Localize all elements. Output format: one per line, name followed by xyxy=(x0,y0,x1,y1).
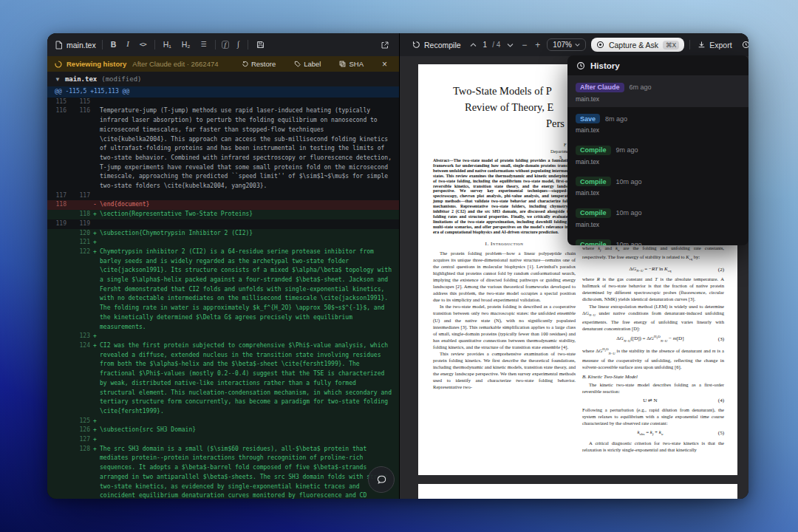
copy-sha-button[interactable]: SHA xyxy=(335,59,368,69)
history-button[interactable]: History xyxy=(740,39,748,51)
chevron-up-icon xyxy=(470,43,477,47)
diff-sign: + xyxy=(90,332,100,341)
equation-number: (2) xyxy=(718,267,724,273)
old-line-number xyxy=(47,445,66,499)
diff-text xyxy=(100,332,399,341)
old-line-number xyxy=(47,417,66,426)
open-file-chip[interactable]: main.tex xyxy=(55,41,96,50)
heading1-button[interactable]: H₁ xyxy=(161,39,174,50)
banner-subtitle: After Claude edit · 2662474 xyxy=(132,60,218,68)
page-down-button[interactable] xyxy=(505,42,515,48)
math-button[interactable]: ∫ xyxy=(235,39,242,50)
diff-line: 121+ xyxy=(47,238,399,248)
code-button[interactable]: <> xyxy=(137,40,149,50)
new-line-number xyxy=(66,200,90,210)
toolbar-divider xyxy=(215,40,216,50)
restore-icon xyxy=(242,61,248,67)
history-time: 8m ago xyxy=(605,115,627,123)
label-button[interactable]: Label xyxy=(290,59,325,69)
history-file: main.tex xyxy=(576,126,740,134)
page-up-button[interactable] xyxy=(468,42,478,48)
history-item[interactable]: Compile10m agomain.tex xyxy=(567,170,748,202)
diff-line: 128+The src SH3 domain is a small ($\sim… xyxy=(47,445,399,499)
list-icon[interactable]: ☰ xyxy=(198,40,208,50)
collapse-caret-icon: ▼ xyxy=(55,76,61,83)
export-button[interactable]: Export xyxy=(695,39,734,51)
equation-body: U ⇌ N xyxy=(582,398,718,403)
old-line-number: 115 xyxy=(47,98,66,107)
history-time: 10m ago xyxy=(616,209,642,216)
paper-right-column: where kf and ku are the folding and unfo… xyxy=(582,245,724,453)
code-diff-view[interactable]: @@ -115,5 +115,113 @@ 115115116116Temper… xyxy=(47,86,399,499)
diff-line: 120+\subsection{Chymotrypsin Inhibitor 2… xyxy=(47,229,399,239)
zoom-level-dropdown[interactable]: 107% xyxy=(547,38,586,51)
new-line-number: 124 xyxy=(66,341,90,417)
history-item[interactable]: Compile9m agomain.tex xyxy=(567,138,748,170)
history-file: main.tex xyxy=(576,221,740,228)
diff-sign: - xyxy=(90,200,100,210)
review-history-banner: Reviewing history After Claude edit · 26… xyxy=(47,56,399,72)
function-button[interactable]: f xyxy=(222,41,230,49)
new-line-number: 123 xyxy=(66,332,90,341)
open-external-button[interactable] xyxy=(378,39,392,51)
bold-button[interactable]: B xyxy=(109,39,119,50)
diff-sign: + xyxy=(90,229,100,239)
pdf-page-2 xyxy=(418,484,737,499)
diff-line: 123+ xyxy=(47,332,399,341)
paper-para: The kinetic two-state model describes fo… xyxy=(582,381,724,395)
new-line-number: 127 xyxy=(66,435,90,445)
close-banner-icon[interactable]: × xyxy=(378,59,392,69)
paper-para: The linear extrapolation method (LEM) is… xyxy=(582,303,724,332)
diff-lines: 115115116116Temperature-jump (T-jump) me… xyxy=(47,98,399,499)
italic-button[interactable]: I xyxy=(124,39,132,50)
app-window: main.tex B I <> H₁ H₂ ☰ f ∫ xyxy=(47,33,748,499)
diff-sign xyxy=(90,191,100,201)
zoom-in-button[interactable]: + xyxy=(533,39,542,51)
paper-author-line: F xyxy=(564,142,567,147)
history-badge: Compile xyxy=(576,208,611,218)
diff-line: 125+ xyxy=(47,417,399,426)
diff-text xyxy=(100,219,399,229)
history-item[interactable]: Compile10m agomain.tex xyxy=(567,233,748,246)
paper-para-noindent: Following a perturbation (e.g., rapid di… xyxy=(582,406,724,426)
banner-title: Reviewing history xyxy=(66,60,126,68)
diff-text: \end{document} xyxy=(100,200,399,210)
diff-line: 127+ xyxy=(47,435,399,445)
save-button[interactable] xyxy=(254,39,267,50)
recompile-button[interactable]: Recompile xyxy=(410,39,463,51)
diff-text: Chymotrypsin inhibitor 2 (CI2) is a 64-r… xyxy=(100,248,399,332)
history-badge: Compile xyxy=(576,146,611,155)
chat-assistant-button[interactable] xyxy=(368,466,395,493)
history-item[interactable]: After Claude6m agomain.tex xyxy=(567,75,748,107)
history-item[interactable]: Compile10m agomain.tex xyxy=(567,201,748,233)
diff-text: \section{Representative Two-State Protei… xyxy=(100,210,399,219)
toolbar-divider xyxy=(102,40,103,50)
zoom-out-button[interactable]: − xyxy=(520,39,528,51)
history-badge: Compile xyxy=(576,177,611,186)
diff-line: 116116Temperature-jump (T-jump) methods … xyxy=(47,106,399,191)
chat-bubble-icon xyxy=(376,474,387,485)
history-item[interactable]: Save8m agomain.tex xyxy=(567,107,748,139)
restore-button[interactable]: Restore xyxy=(237,59,280,69)
new-line-number: 118 xyxy=(66,210,90,219)
old-line-number xyxy=(47,238,66,248)
diff-file-header[interactable]: ▼ main.tex (modified) xyxy=(47,72,399,86)
diff-filename: main.tex xyxy=(65,75,97,83)
diff-sign: + xyxy=(90,248,100,332)
paper-title-line: Two-State Models of P xyxy=(453,85,552,98)
capture-and-ask-button[interactable]: Capture & Ask ⌘X xyxy=(591,38,684,52)
new-line-number: 122 xyxy=(66,248,90,332)
history-badge: Compile xyxy=(576,239,611,245)
old-line-number xyxy=(47,248,66,332)
diff-text: The src SH3 domain is a small ($\sim$60 … xyxy=(100,445,399,499)
diff-sign: + xyxy=(90,417,100,426)
diff-line: 118-\end{document} xyxy=(47,200,399,210)
diff-sign xyxy=(90,98,100,107)
paper-equation: kobs = kf + ku(5) xyxy=(582,429,724,436)
diff-line: 118+\section{Representative Two-State Pr… xyxy=(47,210,399,219)
history-panel-title: History xyxy=(590,61,620,70)
diff-line: 117117 xyxy=(47,191,399,201)
history-badge: After Claude xyxy=(576,83,624,92)
old-line-number xyxy=(47,229,66,239)
heading2-button[interactable]: H₂ xyxy=(180,39,193,50)
